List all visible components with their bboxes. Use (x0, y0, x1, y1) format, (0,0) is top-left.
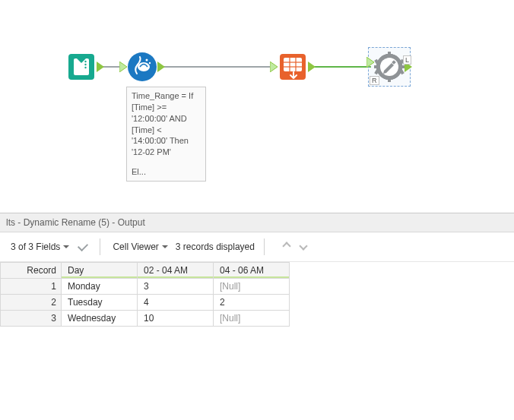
cell-value: 10 (138, 311, 214, 327)
input-data-tool[interactable] (65, 51, 97, 83)
input-anchor[interactable] (119, 62, 127, 72)
workflow-canvas[interactable]: Time_Range = If [Time] >= '12:00:00' AND… (0, 0, 514, 213)
cell-day: Tuesday (62, 295, 138, 311)
svg-rect-10 (284, 58, 302, 71)
col-record[interactable]: Record (1, 263, 62, 279)
col-02-04-am[interactable]: 02 - 04 AM (138, 263, 214, 279)
annotation-line: '14:00:00' Then (132, 135, 201, 147)
annotation-line: [Time] < (132, 125, 201, 136)
results-grid[interactable]: Record Day 02 - 04 AM 04 - 06 AM 1 Monda… (0, 262, 290, 327)
table-row[interactable]: 2 Tuesday 4 2 (1, 295, 290, 311)
annotation-line: Time_Range = If (132, 90, 201, 102)
table-row[interactable]: 1 Monday 3 [Null] (1, 279, 290, 295)
svg-point-8 (149, 62, 151, 64)
toolbar-separator (100, 238, 100, 255)
cell-value: 3 (138, 279, 214, 295)
svg-point-4 (84, 67, 86, 68)
col-day[interactable]: Day (62, 263, 138, 279)
svg-rect-20 (374, 65, 379, 68)
arrow-down-icon[interactable] (298, 242, 309, 252)
arrow-up-icon[interactable] (281, 242, 292, 252)
annotation-line: '12:00:00' AND (132, 113, 201, 125)
formula-tool[interactable] (126, 51, 158, 83)
svg-point-7 (146, 59, 148, 62)
cell-record: 3 (1, 311, 62, 327)
wire-formula-crosstab (160, 66, 275, 68)
svg-point-2 (84, 61, 86, 62)
cell-viewer-dropdown[interactable]: Cell Viewer (109, 240, 170, 254)
svg-rect-18 (388, 52, 391, 56)
input-anchor[interactable] (270, 62, 278, 72)
cell-day: Monday (62, 279, 138, 295)
cell-record: 1 (1, 279, 62, 295)
cell-value: 2 (214, 295, 290, 311)
cell-value-null: [Null] (214, 311, 290, 327)
annotation-line: '12-02 PM' (132, 147, 201, 158)
svg-rect-19 (388, 77, 391, 82)
wire-crosstab-dynamicrename (310, 66, 371, 68)
svg-point-3 (84, 64, 86, 65)
toolbar-separator (264, 238, 265, 255)
cell-value-null: [Null] (214, 279, 290, 295)
fields-summary-text: 3 of 3 Fields (11, 242, 60, 252)
output-anchor[interactable] (308, 62, 316, 72)
annotation-line: [Time] >= (132, 102, 201, 113)
cell-record: 2 (1, 295, 62, 311)
anchor-label-l: L (403, 55, 411, 65)
cell-viewer-label: Cell Viewer (113, 242, 158, 252)
results-panel: lts - Dynamic Rename (5) - Output 3 of 3… (0, 213, 514, 327)
header-row: Record Day 02 - 04 AM 04 - 06 AM (1, 263, 290, 279)
cell-day: Wednesday (62, 311, 138, 327)
crosstab-tool[interactable] (277, 51, 309, 83)
annotation-line: El... (132, 166, 201, 178)
input-anchor-l[interactable] (366, 57, 374, 68)
anchor-label-r: R (370, 76, 379, 85)
output-anchor[interactable] (157, 62, 165, 72)
annotation-line (132, 158, 201, 166)
panel-title: lts - Dynamic Rename (5) - Output (0, 213, 514, 232)
results-toolbar: 3 of 3 Fields Cell Viewer 3 records disp… (0, 232, 514, 262)
tool-annotation: Time_Range = If [Time] >= '12:00:00' AND… (126, 87, 206, 182)
table-row[interactable]: 3 Wednesday 10 [Null] (1, 311, 290, 327)
cell-value: 4 (138, 295, 214, 311)
fields-dropdown[interactable]: 3 of 3 Fields (8, 240, 72, 254)
records-displayed-text: 3 records displayed (176, 242, 255, 252)
col-04-06-am[interactable]: 04 - 06 AM (214, 263, 290, 279)
check-icon[interactable] (77, 242, 90, 252)
output-anchor[interactable] (97, 62, 104, 72)
